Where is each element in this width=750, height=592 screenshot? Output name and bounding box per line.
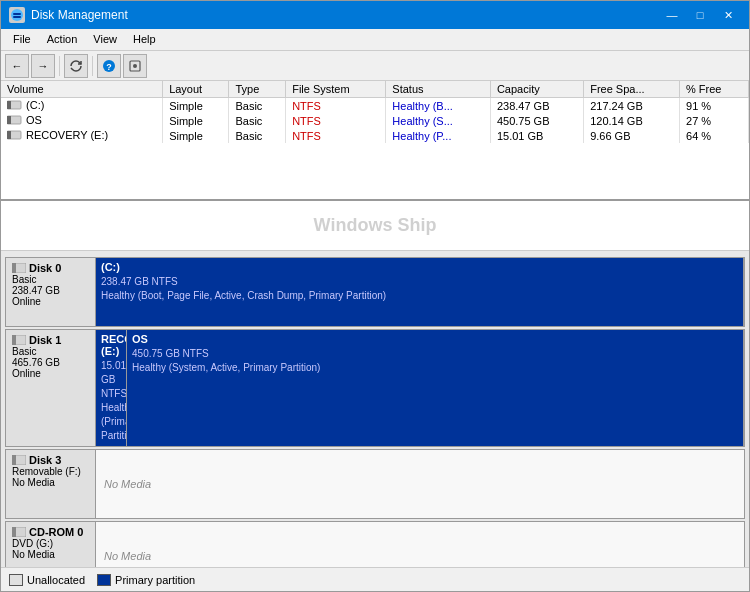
vol-free: 9.66 GB: [584, 128, 680, 143]
partition-status: Healthy (System, Active, Primary Partiti…: [132, 361, 738, 375]
vol-type: Basic: [229, 113, 286, 128]
disk-id: CD-ROM 0: [12, 526, 89, 538]
menu-action[interactable]: Action: [39, 31, 86, 48]
col-header-filesystem: File System: [286, 81, 386, 98]
close-button[interactable]: ✕: [715, 5, 741, 25]
disk-status: Online: [12, 296, 89, 307]
disk-type: DVD (G:): [12, 538, 89, 549]
disk-label: Disk 3 Removable (F:) No Media: [6, 450, 96, 518]
volume-table: Volume Layout Type File System Status Ca…: [1, 81, 749, 143]
col-header-status: Status: [386, 81, 491, 98]
toolbar-sep-2: [92, 56, 93, 76]
partition-size: 15.01 GB NTFS: [101, 359, 121, 401]
forward-button[interactable]: →: [31, 54, 55, 78]
toolbar: ← → ?: [1, 51, 749, 81]
disk-size: 465.76 GB: [12, 357, 89, 368]
vol-type: Basic: [229, 98, 286, 114]
disk-status: No Media: [12, 549, 89, 560]
svg-rect-18: [12, 455, 16, 465]
vol-status: Healthy (B...: [386, 98, 491, 114]
vol-layout: Simple: [163, 98, 229, 114]
table-row[interactable]: RECOVERY (E:)SimpleBasicNTFSHealthy (P..…: [1, 128, 749, 143]
vol-percent: 91 %: [680, 98, 749, 114]
vol-status: Healthy (P...: [386, 128, 491, 143]
title-bar: Disk Management — □ ✕: [1, 1, 749, 29]
partition-name: RECOVERY (E:): [101, 333, 121, 357]
legend-unalloc-label: Unallocated: [27, 574, 85, 586]
svg-point-6: [133, 64, 137, 68]
partition-status: Healthy (Boot, Page File, Active, Crash …: [101, 289, 738, 303]
vol-capacity: 15.01 GB: [490, 128, 583, 143]
legend-primary-box: [97, 574, 111, 586]
svg-rect-20: [12, 527, 16, 537]
table-row[interactable]: OSSimpleBasicNTFSHealthy (S...450.75 GB1…: [1, 113, 749, 128]
vol-status: Healthy (S...: [386, 113, 491, 128]
legend-primary-label: Primary partition: [115, 574, 195, 586]
partition[interactable]: (C:) 238.47 GB NTFS Healthy (Boot, Page …: [96, 258, 744, 326]
vol-percent: 64 %: [680, 128, 749, 143]
partition[interactable]: RECOVERY (E:) 15.01 GB NTFS Healthy (Pri…: [96, 330, 127, 446]
vol-capacity: 238.47 GB: [490, 98, 583, 114]
back-button[interactable]: ←: [5, 54, 29, 78]
svg-rect-12: [7, 131, 11, 139]
minimize-button[interactable]: —: [659, 5, 685, 25]
table-row[interactable]: (C:)SimpleBasicNTFSHealthy (B...238.47 G…: [1, 98, 749, 114]
col-header-free: Free Spa...: [584, 81, 680, 98]
vol-layout: Simple: [163, 113, 229, 128]
vol-name: RECOVERY (E:): [1, 128, 163, 143]
no-media-label: No Media: [100, 474, 155, 494]
svg-rect-16: [12, 335, 16, 345]
legend: Unallocated Primary partition: [1, 567, 749, 591]
vol-filesystem: NTFS: [286, 113, 386, 128]
col-header-type: Type: [229, 81, 286, 98]
disk-status: No Media: [12, 477, 89, 488]
disk-type: Removable (F:): [12, 466, 89, 477]
partition-name: (C:): [101, 261, 738, 273]
disk-properties-button[interactable]: [123, 54, 147, 78]
partition-name: OS: [132, 333, 738, 345]
partition[interactable]: OS 450.75 GB NTFS Healthy (System, Activ…: [127, 330, 744, 446]
legend-primary: Primary partition: [97, 574, 195, 586]
legend-unalloc-box: [9, 574, 23, 586]
disk-partitions: (C:) 238.47 GB NTFS Healthy (Boot, Page …: [96, 258, 744, 326]
disk-partitions: No Media: [96, 522, 744, 567]
disk-row: Disk 0 Basic 238.47 GB Online (C:) 238.4…: [5, 257, 745, 327]
disk-label: CD-ROM 0 DVD (G:) No Media: [6, 522, 96, 567]
title-bar-left: Disk Management: [9, 7, 128, 23]
col-header-layout: Layout: [163, 81, 229, 98]
disk-view: Disk 0 Basic 238.47 GB Online (C:) 238.4…: [1, 251, 749, 567]
maximize-button[interactable]: □: [687, 5, 713, 25]
watermark: Windows Ship: [314, 215, 437, 236]
disk-size: 238.47 GB: [12, 285, 89, 296]
disk-id: Disk 1: [12, 334, 89, 346]
partition-status: Healthy (Primary Partition): [101, 401, 121, 443]
vol-filesystem: NTFS: [286, 98, 386, 114]
menu-file[interactable]: File: [5, 31, 39, 48]
legend-unallocated: Unallocated: [9, 574, 85, 586]
vol-filesystem: NTFS: [286, 128, 386, 143]
refresh-button[interactable]: [64, 54, 88, 78]
help-button[interactable]: ?: [97, 54, 121, 78]
svg-rect-1: [13, 13, 21, 15]
svg-rect-8: [7, 101, 11, 109]
disk-row: Disk 1 Basic 465.76 GB Online RECOVERY (…: [5, 329, 745, 447]
disk-partitions: RECOVERY (E:) 15.01 GB NTFS Healthy (Pri…: [96, 330, 744, 446]
disk-id: Disk 0: [12, 262, 89, 274]
disk-status: Online: [12, 368, 89, 379]
window-title: Disk Management: [31, 8, 128, 22]
vol-free: 120.14 GB: [584, 113, 680, 128]
disk-type: Basic: [12, 346, 89, 357]
volume-table-header: Volume Layout Type File System Status Ca…: [1, 81, 749, 98]
svg-rect-14: [12, 263, 16, 273]
vol-name: (C:): [1, 98, 163, 114]
disk-id: Disk 3: [12, 454, 89, 466]
vol-name: OS: [1, 113, 163, 128]
menu-help[interactable]: Help: [125, 31, 164, 48]
title-bar-controls: — □ ✕: [659, 5, 741, 25]
disk-label: Disk 0 Basic 238.47 GB Online: [6, 258, 96, 326]
menu-bar: File Action View Help: [1, 29, 749, 51]
vol-percent: 27 %: [680, 113, 749, 128]
menu-view[interactable]: View: [85, 31, 125, 48]
partition-size: 238.47 GB NTFS: [101, 275, 738, 289]
vol-layout: Simple: [163, 128, 229, 143]
